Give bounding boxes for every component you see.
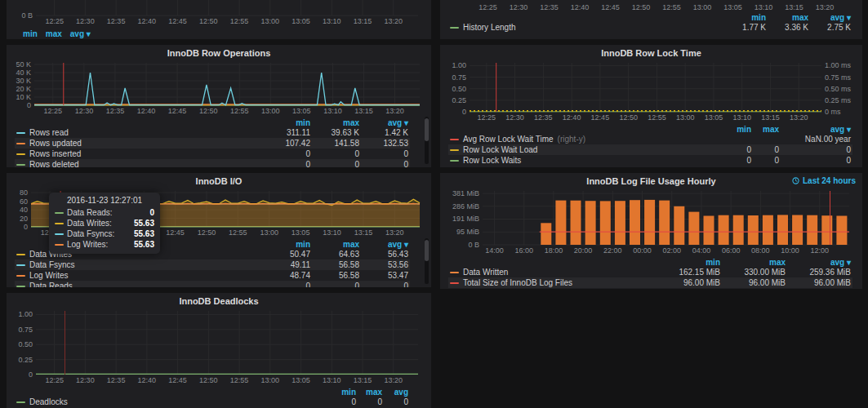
svg-text:12:30: 12:30 [76,17,95,25]
legend-sort-max[interactable]: max [356,388,382,397]
panel-title[interactable]: InnoDB I/O [7,175,431,187]
legend-scrollbar-thumb[interactable] [425,118,429,141]
svg-text:0 B: 0 B [468,241,479,249]
svg-text:0 ms: 0 ms [825,108,841,116]
panel-title[interactable]: InnoDB Row Operations [7,47,431,59]
time-range-label: Last 24 hours [803,176,856,185]
deadlocks-chart[interactable]: 12:2512:3012:3512:4012:4512:5012:5513:00… [11,308,426,386]
svg-text:0.25 ms: 0.25 ms [825,96,852,104]
legend-sort-min[interactable]: min [261,118,310,127]
svg-text:12:40: 12:40 [563,113,581,122]
legend-item-name[interactable]: Row Lock Wait Load [450,145,723,154]
svg-text:80: 80 [20,188,28,197]
legend-sort-max[interactable]: max [310,118,359,127]
svg-text:13:10: 13:10 [323,17,341,25]
legend-item-name[interactable]: Rows read [16,128,261,137]
partial-chart-axis[interactable]: 12:2512:3012:3512:4012:4512:5012:5513:00… [445,0,857,11]
legend-sort-max[interactable]: max [720,258,786,267]
tooltip-series-name: Data Fsyncs: [67,229,134,238]
legend-item-name[interactable]: Log Writes [16,271,261,280]
svg-text:20: 20 [20,215,28,223]
legend-scrollbar[interactable] [425,117,429,164]
legend-sort-avg[interactable]: avg ▾ [70,29,91,38]
legend-sort-min[interactable]: min [23,29,38,38]
legend-scrollbar-thumb[interactable] [425,240,429,261]
svg-text:12:45: 12:45 [601,3,620,11]
panel-innodb-io: InnoDB I/O 12:2512:3012:3512:4012:4512:5… [7,173,431,287]
svg-text:13:15: 13:15 [761,113,780,122]
legend-item-name[interactable]: Rows deleted [16,160,261,167]
panel-innodb-log-file-usage: Last 24 hours InnoDB Log File Usage Hour… [440,173,862,289]
series-swatch [16,143,25,144]
legend-value-avg: 96.00 MiB [786,278,851,287]
legend-value-max: 0 [310,149,359,158]
legend-item-label: Row Lock Wait Load [463,145,537,154]
legend-sort-avg[interactable]: avg ▾ [779,125,851,134]
legend-item-label: Row Lock Waits [463,156,521,165]
legend-sort-max[interactable]: max [766,13,808,22]
legend-value-max: 141.58 [310,139,359,148]
svg-text:191 MiB: 191 MiB [452,215,479,223]
svg-text:40: 40 [20,206,28,214]
legend-item: Row Lock Wait Load000 [448,144,852,155]
legend-sort-max[interactable]: max [46,29,62,38]
legend-item-name[interactable]: Data Reads [16,282,261,287]
legend-item-label: Deadlocks [29,397,68,406]
legend-value-max: 56.58 [310,271,359,280]
legend-sort-max[interactable]: max [751,125,779,134]
legend-item-name[interactable]: History Length [450,23,723,32]
legend-item-label: Rows deleted [29,160,79,167]
svg-text:13:00: 13:00 [693,3,712,11]
legend-sort-min[interactable]: min [723,125,751,134]
legend-item-name[interactable]: Total Size of InnoDB Log Files [450,278,655,287]
legend-sort-min[interactable]: min [655,258,720,267]
svg-text:12:55: 12:55 [662,3,681,11]
tooltip-row: Data Reads:0 [55,207,154,218]
legend-sort-avg[interactable]: avg [382,388,408,397]
svg-text:0.50: 0.50 [452,85,466,93]
log-file-usage-chart[interactable]: 14:0016:0018:0020:0022:0000:0002:0004:00… [445,188,857,256]
dashboard: 12:2512:3012:3512:4012:4512:5012:5513:00… [0,0,868,408]
legend-item-name[interactable]: Deadlocks [16,397,330,406]
legend-sort-avg[interactable]: avg ▾ [359,118,408,127]
svg-text:13:00: 13:00 [676,113,695,122]
log-file-usage-legend: minmaxavg ▾Data Written162.15 MiB330.00 … [448,258,852,288]
legend-item-name[interactable]: Rows updated [16,139,261,148]
legend-value-avg: 132.53 [359,139,408,148]
svg-text:13:10: 13:10 [323,376,341,384]
time-range-badge[interactable]: Last 24 hours [792,176,856,185]
row-operations-legend: minmaxavg ▾Rows read311.1139.63 K1.42 KR… [15,118,410,167]
legend-value-avg: 56.43 [359,250,408,259]
legend-sort-min[interactable]: min [723,13,766,22]
svg-text:13:15: 13:15 [354,376,372,384]
legend-item-name[interactable]: Data Written [450,268,655,277]
legend-sort-avg[interactable]: avg ▾ [359,240,408,249]
legend-value-max: 0 [310,282,359,287]
legend-item-name[interactable]: Rows inserted [16,149,261,158]
tooltip-row: Data Writes:55.63 [55,218,154,228]
svg-text:13:05: 13:05 [292,17,310,25]
legend-item-label: Rows inserted [29,149,81,158]
legend-item-name[interactable]: Data Fsyncs [16,260,261,269]
panel-title[interactable]: InnoDB Row Lock Time [440,47,862,59]
svg-text:13:05: 13:05 [705,113,723,122]
legend-scrollbar[interactable] [425,238,429,284]
legend-value-avg: 0 [359,282,408,287]
series-swatch [450,27,459,29]
legend-sort-min[interactable]: min [261,240,310,249]
legend-sort-max[interactable]: max [310,240,359,249]
legend-item-name[interactable]: Avg Row Lock Wait Time(right-y) [450,135,723,144]
legend-item-name[interactable]: Row Lock Waits [450,156,723,165]
svg-text:12:55: 12:55 [230,107,249,115]
legend-sort-avg[interactable]: avg ▾ [808,13,851,22]
panel-title[interactable]: InnoDB Deadlocks [7,295,431,307]
legend-sort-min[interactable]: min [330,388,356,397]
row-operations-chart[interactable]: 12:2512:3012:3512:4012:4512:5012:5513:00… [11,60,426,117]
row-lock-time-chart[interactable]: 12:2512:3012:3512:4012:4512:5012:5513:00… [445,60,857,123]
partial-chart-axis[interactable]: 12:2512:3012:3512:4012:4512:5012:5513:00… [11,0,426,26]
legend-item-label: Total Size of InnoDB Log Files [463,278,572,287]
legend-item-label: Data Fsyncs [29,260,75,269]
svg-text:40 K: 40 K [16,69,31,77]
legend-sort-avg[interactable]: avg ▾ [786,258,851,267]
legend-item: Rows read311.1139.63 K1.42 K [15,127,410,138]
